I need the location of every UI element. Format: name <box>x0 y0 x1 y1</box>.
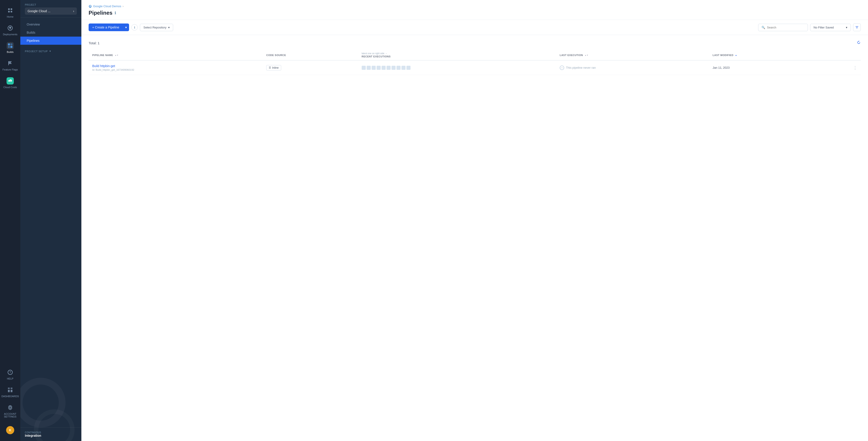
sidebar-item-builds[interactable]: Builds <box>0 39 20 57</box>
project-name-button[interactable]: Google Cloud ... › <box>25 7 77 15</box>
table-row: Build httpbin-get Id: Build_httpbin_get_… <box>89 60 861 75</box>
sidebar-title: Integration <box>25 434 77 437</box>
svg-rect-6 <box>8 43 10 45</box>
cell-last-modified: Jan 11, 2023 <box>709 60 821 75</box>
sort-icon-last-execution: ▲▼ <box>585 54 588 56</box>
svg-text:?: ? <box>9 371 11 374</box>
col-last-modified[interactable]: LAST MODIFIED ▲ <box>709 50 821 60</box>
breadcrumb-separator: › <box>123 4 123 8</box>
dashboards-label: DASHBOARDS <box>1 395 19 398</box>
svg-rect-9 <box>10 46 12 48</box>
sort-icon-last-modified: ▲ <box>735 54 737 56</box>
col-pipeline-name[interactable]: PIPELINE NAME ▲▼ <box>89 50 263 60</box>
help-icon: ? <box>6 369 14 376</box>
feature-flags-label: Feature Flags <box>2 68 18 71</box>
project-selector: Project Google Cloud ... › <box>20 0 81 18</box>
sidebar-item-overview[interactable]: Overview <box>20 20 81 28</box>
inline-source-badge: ☰ Inline <box>266 65 281 70</box>
search-box: 🔍 <box>758 24 808 31</box>
home-icon <box>6 7 14 14</box>
dashboards-icon <box>6 386 14 393</box>
exec-bar-1 <box>362 66 366 70</box>
cell-last-execution: — This pipeline never ran <box>556 60 709 75</box>
cell-row-actions: ⋮ <box>821 60 861 75</box>
toolbar: + Create a Pipeline ▾ ℹ Select Repositor… <box>81 20 868 35</box>
sidebar-item-dashboards[interactable]: DASHBOARDS <box>0 383 21 401</box>
col-code-source: CODE SOURCE <box>263 50 358 60</box>
help-label: HELP <box>7 377 13 380</box>
never-ran-status: — This pipeline never ran <box>560 65 706 70</box>
search-input[interactable] <box>767 26 804 29</box>
home-label: Home <box>7 15 13 18</box>
pipeline-name-link[interactable]: Build httpbin-get <box>92 64 115 68</box>
pipelines-table: PIPELINE NAME ▲▼ CODE SOURCE latest one … <box>89 50 861 75</box>
sidebar-item-deployments[interactable]: Deployments <box>0 21 20 39</box>
svg-rect-2 <box>8 11 10 12</box>
chevron-down-icon: ▾ <box>846 26 847 29</box>
account-settings-icon <box>6 404 14 411</box>
refresh-button[interactable] <box>857 40 861 45</box>
col-actions <box>821 50 861 60</box>
cloud-icon <box>89 5 92 8</box>
svg-rect-3 <box>11 11 12 12</box>
chevron-down-icon: ▾ <box>168 26 170 29</box>
exec-bar-4 <box>377 66 381 70</box>
chevron-down-icon: ▾ <box>125 26 127 29</box>
col-recent-executions: latest one on right side → RECENT EXECUT… <box>358 50 556 60</box>
sidebar-subtitle: CONTINUOUS <box>25 431 77 434</box>
svg-point-5 <box>9 27 11 29</box>
user-avatar-button[interactable]: K <box>0 423 21 437</box>
sidebar: Project Google Cloud ... › Overview Buil… <box>20 0 81 441</box>
sidebar-item-account-settings[interactable]: ACCOUNT SETTINGS <box>0 401 21 421</box>
filter-icon-button[interactable] <box>853 24 861 31</box>
project-setup-section[interactable]: PROJECT SETUP ▾ <box>20 48 81 55</box>
sidebar-item-home[interactable]: Home <box>0 4 20 21</box>
user-avatar: K <box>6 426 14 434</box>
filter-select[interactable]: No Filter Saved ▾ <box>810 24 851 31</box>
chevron-down-icon: ▾ <box>50 50 51 53</box>
create-pipeline-button[interactable]: + Create a Pipeline ▾ <box>89 24 129 31</box>
create-pipeline-dropdown-arrow[interactable]: ▾ <box>123 24 129 31</box>
sidebar-item-builds[interactable]: Builds <box>20 28 81 37</box>
svg-rect-0 <box>8 8 10 10</box>
col-last-execution[interactable]: LAST EXECUTION ▲▼ <box>556 50 709 60</box>
table-body: Build httpbin-get Id: Build_httpbin_get_… <box>89 60 861 75</box>
sidebar-item-cloud-costs[interactable]: $ Cloud Costs <box>0 74 20 92</box>
main-header: Google Cloud Demos › Pipelines ℹ <box>81 0 868 20</box>
feature-flags-icon <box>6 60 14 67</box>
cell-pipeline-name: Build httpbin-get Id: Build_httpbin_get_… <box>89 60 263 75</box>
svg-point-18 <box>9 407 11 408</box>
select-repository-button[interactable]: Select Repository ▾ <box>140 24 173 31</box>
sidebar-bottom: CONTINUOUS Integration <box>20 428 81 441</box>
exec-bar-9 <box>401 66 405 70</box>
svg-rect-15 <box>11 388 12 389</box>
breadcrumb: Google Cloud Demos › <box>89 4 861 8</box>
exec-bar-3 <box>372 66 376 70</box>
svg-rect-8 <box>8 46 10 48</box>
exec-bar-2 <box>367 66 371 70</box>
filter-lines-icon <box>855 26 859 29</box>
sidebar-item-help[interactable]: ? HELP <box>0 366 21 383</box>
row-actions-menu[interactable]: ⋮ <box>825 65 857 70</box>
icon-nav: Home Deployments Builds <box>0 0 20 441</box>
sidebar-item-pipelines[interactable]: Pipelines <box>20 37 81 45</box>
info-button[interactable]: ℹ <box>131 24 138 31</box>
chevron-right-icon: › <box>73 9 74 13</box>
deployments-icon <box>6 24 14 32</box>
page-title: Pipelines ℹ <box>89 10 861 16</box>
svg-rect-1 <box>11 8 12 10</box>
breadcrumb-link[interactable]: Google Cloud Demos <box>93 4 121 8</box>
cloud-costs-label: Cloud Costs <box>3 86 17 89</box>
sidebar-item-feature-flags[interactable]: Feature Flags <box>0 57 20 74</box>
builds-icon <box>6 42 14 49</box>
cell-recent-executions <box>358 60 556 75</box>
exec-bar-5 <box>381 66 385 70</box>
create-pipeline-main[interactable]: + Create a Pipeline <box>89 24 123 31</box>
cell-code-source: ☰ Inline <box>263 60 358 75</box>
search-icon: 🔍 <box>762 26 765 29</box>
page-info-icon[interactable]: ℹ <box>115 11 116 15</box>
info-icon: ℹ <box>134 26 135 29</box>
exec-bar-6 <box>386 66 391 70</box>
content-area: Total: 1 PIPELINE NAME ▲▼ CODE SOURCE <box>81 35 868 441</box>
execution-bars <box>362 66 553 70</box>
